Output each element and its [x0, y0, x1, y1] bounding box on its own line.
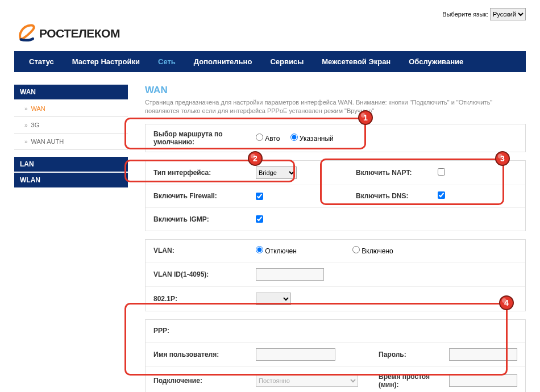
route-specified-radio[interactable]: [290, 134, 298, 141]
idle-input[interactable]: [449, 374, 517, 387]
connection-label: Подключение:: [146, 377, 254, 385]
svg-text:2: 2: [253, 154, 257, 163]
brand-text: РОСТЕЛЕКОМ: [39, 27, 120, 40]
svg-text:3: 3: [500, 154, 505, 163]
sidebar-head-wan: WAN: [14, 85, 128, 99]
rostelecom-logo-icon: [14, 22, 38, 45]
password-input[interactable]: [449, 348, 517, 361]
iface-type-label: Тип интерфейса:: [146, 169, 254, 177]
vlan-id-label: VLAN ID(1-4095):: [146, 270, 254, 278]
nav-advanced[interactable]: Дополнительно: [185, 51, 261, 72]
nav-firewall[interactable]: Межсетевой Экран: [313, 51, 400, 72]
language-label: Выберите язык:: [442, 11, 488, 18]
badge-1: 1: [358, 110, 373, 126]
sidebar-head-lan[interactable]: LAN: [14, 157, 128, 172]
username-input[interactable]: [256, 348, 335, 361]
igmp-label: Включить IGMP:: [146, 215, 254, 223]
page-title: WAN: [145, 85, 526, 96]
sidebar-item-wan[interactable]: WAN: [14, 101, 128, 117]
route-specified-option[interactable]: Указанный: [290, 134, 334, 143]
nav-maintenance[interactable]: Обслуживание: [400, 51, 472, 72]
napt-checkbox[interactable]: [438, 168, 445, 176]
dns-checkbox[interactable]: [438, 191, 445, 199]
igmp-checkbox[interactable]: [256, 215, 263, 223]
panel-vlan: VLAN: Отключен Включено VLAN ID(1-4095):…: [145, 239, 526, 311]
firewall-checkbox[interactable]: [256, 193, 263, 200]
language-bar: Выберите язык: Русский: [14, 6, 526, 22]
nav-network[interactable]: Сеть: [149, 51, 185, 72]
napt-label: Включить NAPT:: [344, 169, 435, 177]
iface-type-select[interactable]: Bridge: [256, 166, 297, 179]
firewall-label: Включить Firewall:: [146, 192, 254, 200]
svg-text:4: 4: [504, 298, 509, 307]
logo: РОСТЕЛЕКОМ: [14, 22, 526, 51]
ppp-label: PPP:: [146, 327, 254, 335]
username-label: Имя пользователя:: [146, 351, 254, 358]
vlan-off-option[interactable]: Отключен: [256, 246, 297, 255]
badge-2: 2: [247, 151, 263, 166]
top-nav: Статус Мастер Настройки Сеть Дополнитель…: [14, 51, 526, 72]
dns-label: Включить DNS:: [344, 192, 435, 200]
p8021-select[interactable]: [256, 293, 291, 305]
sidebar-item-3g[interactable]: 3G: [14, 117, 128, 134]
panel-interface: Тип интерфейса: Bridge Включить NAPT: Вк…: [145, 160, 526, 231]
vlan-on-option[interactable]: Включено: [352, 246, 393, 255]
nav-status[interactable]: Статус: [20, 51, 63, 72]
panel-default-route: Выбор маршрута по умолчанию: Авто Указан…: [145, 124, 526, 152]
svg-text:1: 1: [363, 113, 368, 122]
sidebar: WAN WAN 3G WAN AUTH LAN WLAN: [14, 85, 128, 392]
vlan-label: VLAN:: [146, 247, 254, 255]
content: WAN Страница предназначена для настройки…: [128, 85, 526, 392]
password-label: Пароль:: [367, 351, 447, 358]
nav-wizard[interactable]: Мастер Настройки: [63, 51, 149, 72]
connection-select[interactable]: Постоянно: [256, 374, 358, 387]
vlan-id-input[interactable]: [256, 268, 324, 281]
badge-3: 3: [495, 151, 510, 166]
language-select[interactable]: Русский: [490, 8, 526, 20]
route-auto-option[interactable]: Авто: [256, 134, 280, 143]
vlan-on-radio[interactable]: [352, 246, 360, 253]
badge-4: 4: [499, 295, 514, 311]
sidebar-head-wlan[interactable]: WLAN: [14, 173, 128, 187]
panel-ppp: PPP: Имя пользователя: Пароль: Подключен…: [145, 319, 526, 392]
sidebar-item-wan-auth[interactable]: WAN AUTH: [14, 134, 128, 150]
route-auto-radio[interactable]: [256, 134, 263, 141]
vlan-off-radio[interactable]: [256, 246, 263, 253]
nav-services[interactable]: Сервисы: [261, 51, 313, 72]
p8021-label: 802.1P:: [146, 295, 254, 303]
idle-label: Время простоя (мин):: [367, 373, 447, 389]
default-route-label: Выбор маршрута по умолчанию:: [146, 130, 254, 146]
page-description: Страница предназначена для настройки пар…: [145, 98, 526, 116]
